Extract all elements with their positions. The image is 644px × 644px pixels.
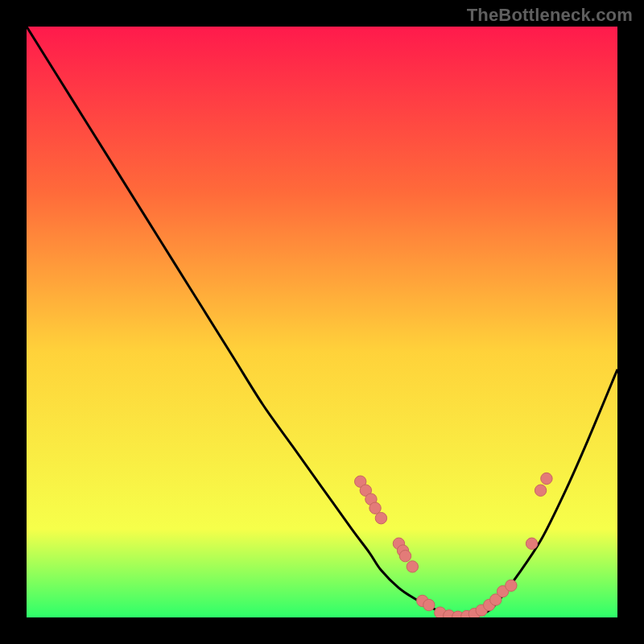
data-dot [423, 599, 435, 610]
data-dot [399, 550, 411, 561]
data-dot [526, 538, 537, 549]
data-dot [506, 580, 517, 591]
chart-frame: TheBottleneck.com [0, 0, 644, 644]
data-dot [369, 502, 381, 514]
data-dot [375, 512, 386, 523]
data-dot [535, 485, 546, 496]
data-dot [407, 561, 418, 572]
data-dot [541, 473, 552, 484]
attribution-text: TheBottleneck.com [467, 5, 633, 26]
plot-area [27, 27, 617, 617]
chart-svg [0, 0, 644, 644]
